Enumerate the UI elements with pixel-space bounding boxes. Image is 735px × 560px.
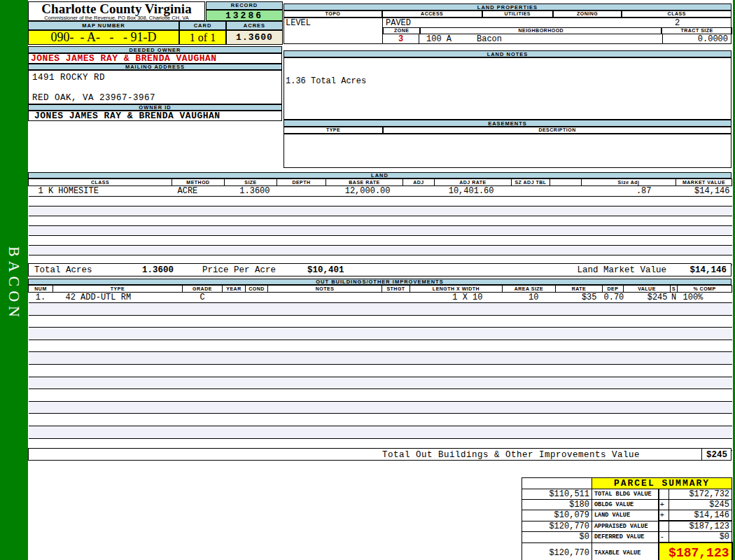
neighborhood-name: Bacon: [477, 34, 502, 44]
county-name: Charlotte County Virginia: [29, 2, 204, 15]
card-value: 1 of 1: [179, 30, 226, 45]
address-line-1: 1491 ROCKY RD: [29, 71, 281, 83]
land-col-size: SIZE: [225, 179, 277, 186]
ps-prior-value: $180: [522, 500, 592, 510]
ps-row-label: OBLDG VALUE: [592, 500, 659, 510]
ps-op: [659, 489, 669, 500]
land-col-adj-rate: ADJ RATE: [435, 179, 512, 186]
ob-col-pct-comp: % COMP: [678, 286, 732, 293]
ob-col-num: NUM: [29, 286, 53, 293]
land-row: 1 K HOMESITE ACRE 1.3600 12,000.00 10,40…: [29, 186, 732, 197]
ob-area-size-cell: 10: [503, 293, 556, 303]
land-notes-text: 1.36 Total Acres: [284, 58, 731, 86]
land-properties-values: LEVEL PAVED 2 ZONE NEIGHBORHOOD TRACT SI…: [284, 18, 732, 44]
taxable-value: $187,123: [659, 542, 732, 560]
ps-row-label: DEFERRED VALUE: [592, 532, 659, 543]
ob-type-cell: 42 ADD-UTL RM: [53, 293, 183, 303]
land-col-adj: ADJ: [403, 179, 435, 186]
ob-col-type: TYPE: [53, 286, 183, 293]
ps-value: $245: [669, 500, 732, 510]
empty-row: [29, 206, 732, 216]
ps-row-label: LAND VALUE: [592, 510, 659, 522]
easements-box: [284, 134, 732, 168]
easement-description-header: DESCRIPTION: [383, 127, 732, 134]
ob-col-cond: COND: [246, 286, 268, 293]
land-properties-header-row: TOPO ACCESS UTILITIES ZONING CLASS: [284, 10, 732, 18]
zoning-header: ZONING: [553, 10, 622, 18]
ps-op: [659, 521, 669, 532]
ps-blank-cell: [522, 478, 592, 489]
utilities-header: UTILITIES: [482, 10, 553, 18]
owner-id-label: OWNER ID: [28, 104, 282, 111]
ps-row-taxable: $120,770 TAXABLE VALUE $187,123: [522, 542, 732, 560]
ps-op: +: [659, 510, 669, 522]
ps-prior-value: $120,770: [522, 521, 592, 532]
taxable-value-label: TAXABLE VALUE: [592, 542, 659, 560]
acres-value: 1.3600: [226, 30, 283, 45]
land-title: LAND: [28, 172, 732, 178]
land-col-market-value: MARKET VALUE: [676, 179, 732, 186]
ps-prior-value: $0: [522, 532, 592, 543]
ob-dep-cell: 0.70: [603, 293, 624, 303]
tract-size-header: TRACT SIZE: [662, 27, 732, 34]
easements-title: EASEMENTS: [284, 120, 732, 127]
ps-row-deferred: $0 DEFERRED VALUE - $0: [522, 532, 732, 543]
land-market-value-cell: $14,146: [676, 186, 732, 197]
ps-row-label: APPRAISED VALUE: [592, 521, 659, 532]
neighborhood-header: NEIGHBORHOOD: [420, 27, 662, 34]
neighborhood-code: 100 A: [426, 34, 451, 44]
land-header-row: CLASS METHOD SIZE DEPTH BASE RATE ADJ AD…: [29, 179, 732, 186]
land-sz-adj-tbl-cell: [512, 186, 550, 197]
tract-size-value: 0.0000: [662, 34, 732, 44]
empty-row: [29, 426, 732, 438]
land-market-value-total: $14,146: [690, 265, 727, 275]
county-header-box: Charlotte County Virginia Commissioner o…: [28, 1, 205, 21]
ob-sthgt-cell: [382, 293, 410, 303]
empty-row: [29, 216, 732, 226]
zone-value-row: 3 100 A Bacon 0.0000: [383, 34, 732, 44]
card-label: CARD: [179, 21, 226, 30]
price-per-acre-value: $10,401: [307, 265, 344, 275]
land-depth-cell: [277, 186, 326, 197]
easement-type-header: TYPE: [284, 127, 383, 134]
class-header: CLASS: [622, 10, 732, 18]
land-properties-title: LAND PROPERTIES: [284, 4, 732, 10]
empty-row: [29, 197, 732, 206]
zone-value: 3: [383, 34, 419, 44]
address-line-2: RED OAK, VA 23967-3967: [29, 83, 281, 103]
class-value: 2: [622, 18, 732, 28]
map-number-value: 090- - A- - - 91-D: [28, 30, 179, 45]
ob-col-value: VALUE: [624, 286, 671, 293]
out-building-row: 1. 42 ADD-UTL RM C 1 X 10 10 $35 0.70 $2…: [29, 293, 732, 303]
ps-op: +: [659, 500, 669, 510]
land-col-method: METHOD: [172, 179, 225, 186]
land-adj-cell: [403, 186, 435, 197]
ob-col-dep: DEP: [603, 286, 624, 293]
ob-value-cell: $245: [624, 293, 671, 303]
ob-col-grade: GRADE: [183, 286, 223, 293]
empty-row: [29, 328, 732, 340]
zone-header-row: ZONE NEIGHBORHOOD TRACT SIZE: [383, 27, 732, 34]
ob-cond-cell: [246, 293, 268, 303]
land-notes-box: 1.36 Total Acres: [284, 57, 732, 120]
neighborhood-tab: BACON: [5, 246, 23, 321]
empty-row: [29, 246, 732, 255]
land-col-class: CLASS: [29, 179, 172, 186]
ob-col-rate: RATE: [556, 286, 603, 293]
ps-row-land: $10,079 LAND VALUE + $14,146: [522, 510, 732, 522]
zone-header: ZONE: [383, 27, 420, 34]
ob-rate-cell: $35: [556, 293, 603, 303]
total-acres-label: Total Acres: [34, 265, 92, 275]
land-size-adj-cell: .87: [582, 186, 676, 197]
empty-row: [29, 236, 732, 246]
record-number: 13286: [206, 10, 283, 21]
ps-row-total-bldg: $110,511 TOTAL BLDG VALUE $172,732: [522, 489, 732, 500]
land-blank-cell: [550, 186, 582, 197]
empty-row: [29, 315, 732, 328]
parcel-summary-title: PARCEL SUMMARY: [592, 478, 732, 489]
deeded-owner-label: DEEDED OWNER: [28, 46, 282, 53]
land-method-cell: ACRE: [172, 186, 225, 197]
ps-prior-value: $10,079: [522, 510, 592, 522]
topo-value: LEVEL: [284, 18, 383, 44]
ob-col-length-width: LENGTH X WIDTH: [410, 286, 503, 293]
